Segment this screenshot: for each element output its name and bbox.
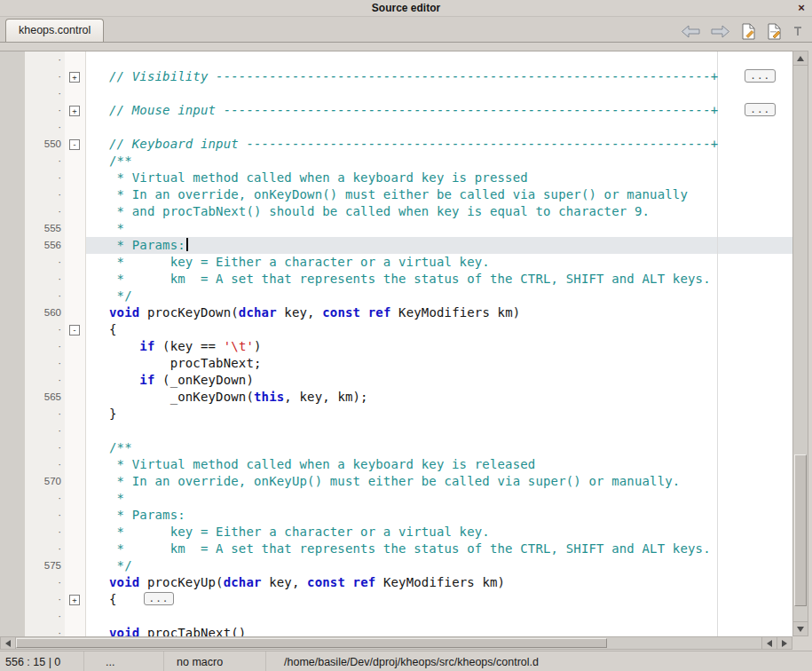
line-number[interactable]: · xyxy=(25,591,65,608)
code-line[interactable]: ·+// Visibility ------------------------… xyxy=(0,68,792,85)
scroll-left-button-2[interactable] xyxy=(761,637,777,649)
line-number[interactable]: · xyxy=(25,85,65,102)
fold-gutter[interactable] xyxy=(65,507,85,524)
fold-gutter[interactable]: - xyxy=(65,321,85,338)
marks-gutter[interactable] xyxy=(0,68,25,85)
code-line[interactable]: 565 _onKeyDown(this, key, km); xyxy=(0,389,792,406)
marks-gutter[interactable] xyxy=(0,271,25,288)
code-line[interactable]: · xyxy=(0,119,792,136)
code-line[interactable]: · * xyxy=(0,490,792,507)
close-icon[interactable]: × xyxy=(794,0,808,15)
code-line[interactable]: · * Virtual method called when a keyboar… xyxy=(0,170,792,186)
code-editor[interactable]: ··+// Visibility -----------------------… xyxy=(0,51,792,637)
vertical-scrollbar[interactable] xyxy=(792,51,808,636)
marks-gutter[interactable] xyxy=(0,541,25,557)
line-number[interactable]: · xyxy=(25,372,65,389)
horizontal-scrollbar[interactable] xyxy=(0,636,792,650)
marks-gutter[interactable] xyxy=(0,574,25,591)
fold-gutter[interactable] xyxy=(65,338,85,355)
marks-gutter[interactable] xyxy=(0,372,25,389)
marks-gutter[interactable] xyxy=(0,625,25,637)
line-number[interactable]: · xyxy=(25,439,65,456)
fold-gutter[interactable] xyxy=(65,186,85,203)
line-number[interactable]: · xyxy=(25,288,65,304)
scroll-right-button[interactable] xyxy=(777,637,792,649)
fold-gutter[interactable] xyxy=(65,439,85,456)
code-line[interactable]: · procTabNext; xyxy=(0,355,792,372)
code-text[interactable]: * km = A set that represents the status … xyxy=(85,271,792,288)
marks-gutter[interactable] xyxy=(0,186,25,203)
code-line[interactable]: · * km = A set that represents the statu… xyxy=(0,271,792,288)
nav-back-icon[interactable] xyxy=(681,25,700,38)
line-number[interactable]: · xyxy=(25,119,65,136)
marks-gutter[interactable] xyxy=(0,51,25,68)
fold-gutter[interactable] xyxy=(65,203,85,220)
line-number[interactable]: 550 xyxy=(25,136,65,153)
marks-gutter[interactable] xyxy=(0,220,25,237)
code-text[interactable]: // Mouse input -------------------------… xyxy=(85,102,792,119)
code-line[interactable]: ·-{ xyxy=(0,321,792,338)
code-text[interactable]: * Virtual method called when a keyboard … xyxy=(85,170,792,186)
fold-expand-icon[interactable]: + xyxy=(69,595,80,605)
line-number[interactable]: · xyxy=(25,524,65,541)
marks-gutter[interactable] xyxy=(0,608,25,625)
marks-gutter[interactable] xyxy=(0,203,25,220)
code-text[interactable]: */ xyxy=(85,288,792,304)
folded-code-ellipsis[interactable]: ... xyxy=(745,103,776,116)
code-text[interactable]: * In an override, onKeyUp() must either … xyxy=(85,473,792,490)
code-text[interactable]: * Params: xyxy=(85,507,792,524)
line-number[interactable]: · xyxy=(25,422,65,439)
marks-gutter[interactable] xyxy=(0,422,25,439)
line-number[interactable]: · xyxy=(25,170,65,186)
code-line[interactable]: · * key = Either a character or a virtua… xyxy=(0,254,792,271)
fold-gutter[interactable] xyxy=(65,608,85,625)
code-line[interactable]: ·/** xyxy=(0,439,792,456)
code-line[interactable]: · if (key == '\t') xyxy=(0,338,792,355)
fold-gutter[interactable] xyxy=(65,541,85,557)
code-text[interactable]: /** xyxy=(85,439,792,456)
fold-gutter[interactable]: + xyxy=(65,68,85,85)
marks-gutter[interactable] xyxy=(0,524,25,541)
code-text[interactable]: * km = A set that represents the status … xyxy=(85,541,792,557)
marks-gutter[interactable] xyxy=(0,102,25,119)
code-line[interactable]: ·void procKeyUp(dchar key, const ref Key… xyxy=(0,574,792,591)
code-text[interactable]: } xyxy=(85,406,792,422)
scroll-left-button[interactable] xyxy=(1,637,16,649)
edit-doc-icon[interactable] xyxy=(767,23,782,40)
fold-gutter[interactable]: + xyxy=(65,102,85,119)
line-number[interactable]: · xyxy=(25,541,65,557)
fold-expand-icon[interactable]: + xyxy=(69,72,80,83)
scroll-up-button[interactable] xyxy=(793,51,808,66)
fold-gutter[interactable] xyxy=(65,288,85,304)
marks-gutter[interactable] xyxy=(0,557,25,574)
code-line[interactable]: · * and procTabNext() should be called w… xyxy=(0,203,792,220)
code-text[interactable]: * In an override, onKeyDown() must eithe… xyxy=(85,186,792,203)
code-line[interactable]: 560void procKeyDown(dchar key, const ref… xyxy=(0,304,792,321)
code-text[interactable]: * xyxy=(85,220,792,237)
code-line[interactable]: · xyxy=(0,51,792,68)
line-number[interactable]: 556 xyxy=(25,237,65,254)
fold-gutter[interactable] xyxy=(65,389,85,406)
fold-gutter[interactable] xyxy=(65,237,85,254)
line-number[interactable]: · xyxy=(25,254,65,271)
fold-gutter[interactable] xyxy=(65,574,85,591)
fold-gutter[interactable] xyxy=(65,490,85,507)
fold-gutter[interactable] xyxy=(65,220,85,237)
fold-gutter[interactable] xyxy=(65,153,85,170)
fold-gutter[interactable] xyxy=(65,557,85,574)
line-number[interactable]: · xyxy=(25,51,65,68)
line-number[interactable]: · xyxy=(25,456,65,473)
code-text[interactable]: // Visibility --------------------------… xyxy=(85,68,792,85)
code-text[interactable]: void procTabNext() xyxy=(85,625,792,637)
line-number[interactable]: · xyxy=(25,68,65,85)
code-line[interactable]: ·+// Mouse input -----------------------… xyxy=(0,102,792,119)
code-line[interactable]: 556 * Params: xyxy=(0,237,792,254)
code-text[interactable] xyxy=(85,51,792,68)
marks-gutter[interactable] xyxy=(0,153,25,170)
fold-gutter[interactable] xyxy=(65,119,85,136)
code-line[interactable]: · if (_onKeyDown) xyxy=(0,372,792,389)
line-number[interactable]: · xyxy=(25,355,65,372)
code-text[interactable] xyxy=(85,85,792,102)
fold-collapse-icon[interactable]: - xyxy=(69,325,80,336)
code-text[interactable]: * key = Either a character or a virtual … xyxy=(85,254,792,271)
